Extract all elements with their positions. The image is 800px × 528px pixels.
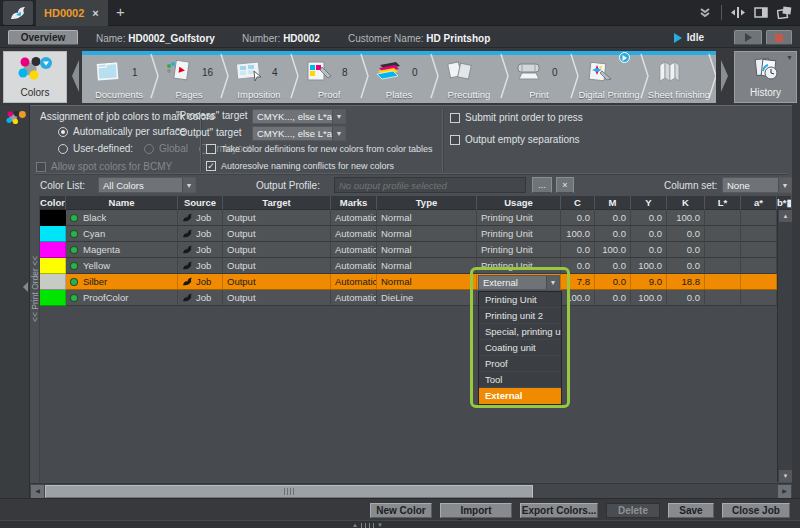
autoresolve-option[interactable]: ✓ Autoresolve naming conflicts for new c… [206, 161, 394, 171]
workflow-step-precutting[interactable]: Precutting [434, 55, 504, 103]
m-cell[interactable]: 0.0 [595, 210, 631, 226]
column-header-c[interactable]: C [561, 196, 595, 210]
output-target-select[interactable]: CMYK..., else L*a*b* ▼ [252, 126, 346, 141]
m-cell[interactable]: 100.0 [595, 242, 631, 258]
column-header-a[interactable]: a* [741, 196, 777, 210]
type-cell[interactable]: DieLine [377, 290, 477, 306]
chevron-down-icon[interactable]: ▼ [778, 178, 791, 192]
color-swatch[interactable] [40, 290, 66, 306]
l-cell[interactable] [705, 290, 741, 306]
target-cell[interactable]: Output [223, 290, 331, 306]
radio-unchecked-icon[interactable] [58, 144, 68, 154]
column-header-target[interactable]: Target [223, 196, 331, 210]
table-row-selected[interactable]: Silber Job Output Automatic Normal 7.8 0… [40, 274, 777, 290]
process-target-select[interactable]: CMYK..., else L*a*b* ▼ [252, 109, 346, 124]
color-name-cell[interactable]: ProofColor [66, 290, 178, 306]
column-header-usage[interactable]: Usage [477, 196, 561, 210]
color-name-cell[interactable]: Yellow [66, 258, 178, 274]
dropdown-option[interactable]: Printing unit 2 [479, 308, 561, 324]
target-cell[interactable]: Output [223, 258, 331, 274]
l-cell[interactable] [705, 210, 741, 226]
target-cell[interactable]: Output [223, 242, 331, 258]
overview-button[interactable]: Overview [8, 30, 78, 45]
type-cell[interactable]: Normal [377, 258, 477, 274]
target-cell[interactable]: Output [223, 226, 331, 242]
scroll-left-icon[interactable]: ◀ [31, 485, 44, 498]
splitter-handle-icon[interactable]: ▲▼ [352, 522, 383, 528]
save-button[interactable]: Save [668, 503, 714, 518]
vertical-scrollbar[interactable]: ▲ ▼ [777, 210, 792, 482]
c-cell[interactable]: 100.0 [561, 290, 595, 306]
import-colors-button[interactable]: Import Colors... [440, 503, 512, 518]
usage-cell[interactable]: Printing Unit [477, 210, 561, 226]
scroll-right-icon[interactable]: ▶ [778, 485, 791, 498]
column-picker-icon[interactable]: ▦ [787, 197, 793, 208]
auto-per-surface-option[interactable]: Automatically per surface [58, 126, 185, 137]
a-cell[interactable] [741, 274, 777, 290]
usage-cell[interactable]: Printing Unit [477, 242, 561, 258]
y-cell[interactable]: 0.0 [631, 210, 667, 226]
print-order-rail[interactable]: << Print Order << [30, 196, 40, 482]
workflow-step-print[interactable]: 0 Print [504, 55, 574, 103]
k-cell[interactable]: 100.0 [667, 210, 705, 226]
start-processing-button[interactable] [734, 30, 762, 45]
k-cell[interactable]: 0.0 [667, 290, 705, 306]
a-cell[interactable] [741, 258, 777, 274]
column-header-l[interactable]: L* [705, 196, 741, 210]
type-cell[interactable]: Normal [377, 226, 477, 242]
stop-processing-button[interactable] [766, 30, 792, 45]
scroll-steps-right-icon[interactable] [719, 58, 731, 94]
color-swatch[interactable] [40, 210, 66, 226]
dropdown-option[interactable]: Tool [479, 372, 561, 388]
column-header-y[interactable]: Y [631, 196, 667, 210]
l-cell[interactable] [705, 226, 741, 242]
close-job-button[interactable]: Close Job [722, 503, 790, 518]
float-window-icon[interactable] [777, 6, 792, 19]
c-cell[interactable]: 100.0 [561, 226, 595, 242]
checkbox-unchecked-icon[interactable] [450, 113, 460, 123]
y-cell[interactable]: 0.0 [631, 226, 667, 242]
table-row[interactable]: Cyan Job Output Automatic Normal Printin… [40, 226, 777, 242]
c-cell[interactable]: 7.8 [561, 274, 595, 290]
dropdown-option[interactable]: Proof [479, 356, 561, 372]
workflow-step-proof[interactable]: 8 Proof [294, 55, 364, 103]
y-cell[interactable]: 100.0 [631, 290, 667, 306]
target-cell[interactable]: Output [223, 210, 331, 226]
dropdown-option[interactable]: Coating unit [479, 340, 561, 356]
table-row[interactable]: ProofColor Job Output Automatic DieLine … [40, 290, 777, 306]
submit-print-option[interactable]: Submit print order to press [450, 112, 583, 123]
color-list-select[interactable]: All Colors ▼ [98, 177, 196, 193]
y-cell[interactable]: 100.0 [631, 258, 667, 274]
checkbox-checked-icon[interactable]: ✓ [206, 161, 216, 171]
add-tab-button[interactable]: + [116, 3, 125, 20]
marks-cell[interactable]: Automatic [331, 274, 377, 290]
color-name-cell[interactable]: Silber [66, 274, 178, 290]
browse-profile-button[interactable]: ... [532, 177, 552, 193]
new-color-button[interactable]: New Color [370, 503, 432, 518]
marks-cell[interactable]: Automatic [331, 258, 377, 274]
source-cell[interactable]: Job [178, 242, 223, 258]
l-cell[interactable] [705, 274, 741, 290]
a-cell[interactable] [741, 226, 777, 242]
source-cell[interactable]: Job [178, 290, 223, 306]
c-cell[interactable]: 0.0 [561, 242, 595, 258]
scroll-steps-left-icon[interactable] [69, 58, 81, 94]
table-row[interactable]: Magenta Job Output Automatic Normal Prin… [40, 242, 777, 258]
color-swatch[interactable] [40, 242, 66, 258]
marks-cell[interactable]: Automatic [331, 226, 377, 242]
workflow-section-colors[interactable]: Colors [3, 51, 67, 103]
target-cell[interactable]: Output [223, 274, 331, 290]
source-cell[interactable]: Job [178, 274, 223, 290]
c-cell[interactable]: 0.0 [561, 210, 595, 226]
workflow-step-plates[interactable]: 0 Plates [364, 55, 434, 103]
scrollbar-thumb[interactable] [45, 485, 533, 498]
marks-cell[interactable]: Automatic [331, 242, 377, 258]
usage-select[interactable]: External ▼ [478, 275, 560, 290]
usage-cell[interactable]: Printing Unit [477, 258, 561, 274]
type-cell[interactable]: Normal [377, 210, 477, 226]
job-tab[interactable]: HD0002 × [36, 0, 108, 26]
table-row[interactable]: Black Job Output Automatic Normal Printi… [40, 210, 777, 226]
source-cell[interactable]: Job [178, 210, 223, 226]
export-colors-button[interactable]: Export Colors... [520, 503, 598, 518]
l-cell[interactable] [705, 258, 741, 274]
